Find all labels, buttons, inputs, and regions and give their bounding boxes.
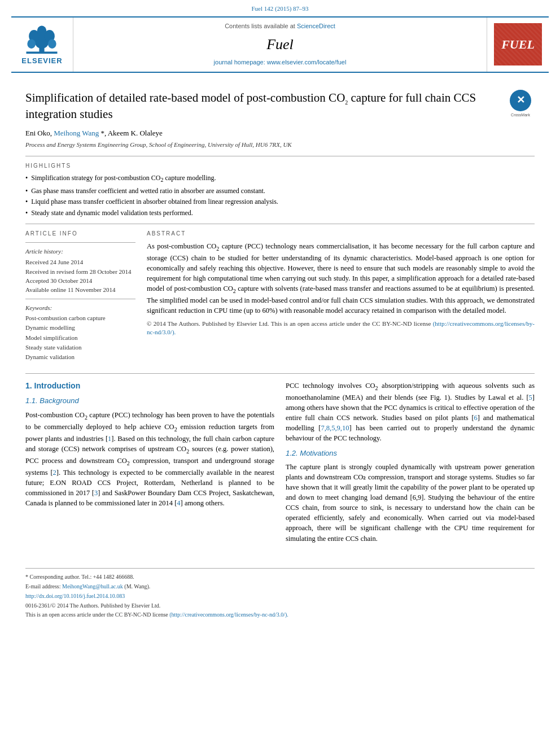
email-link[interactable]: MeihongWang@hull.ac.uk xyxy=(62,583,123,589)
email-line: E-mail address: MeihongWang@hull.ac.uk (… xyxy=(25,583,535,591)
divider-1 xyxy=(25,156,535,156)
issn-text: 0016-2361/© 2014 The Authors. Published … xyxy=(25,602,160,609)
svg-point-6 xyxy=(48,39,56,49)
intro-right-col: PCC technology involves CO2 absorption/s… xyxy=(286,381,535,548)
available-date: Available online 11 November 2014 xyxy=(25,286,135,294)
cc-license-line: This is an open access article under the… xyxy=(25,611,535,619)
open-access-note: © 2014 The Authors. Published by Elsevie… xyxy=(147,320,535,337)
ref-6[interactable]: 6 xyxy=(474,414,478,422)
keyword-4: Steady state validation xyxy=(25,343,135,352)
abstract-heading: ABSTRACT xyxy=(147,230,535,238)
subsection-2-title: 1.2. Motivations xyxy=(286,448,535,458)
abstract-col: ABSTRACT As post-combustion CO2 capture … xyxy=(147,230,535,363)
affiliation: Process and Energy Systems Engineering G… xyxy=(25,141,535,149)
highlight-4: • Steady state and dynamic model validat… xyxy=(25,208,535,218)
article-info-heading: ARTICLE INFO xyxy=(25,230,135,238)
subsection-1-label: Background xyxy=(40,396,78,405)
fuel-logo-text: FUEL xyxy=(501,36,535,54)
journal-header: ELSEVIER Contents lists available at Sci… xyxy=(11,16,549,72)
sciencedirect-link[interactable]: ScienceDirect xyxy=(297,23,335,29)
subsection-2-number: 1.2. xyxy=(286,449,298,457)
abstract-text: As post-combustion CO2 capture (PCC) tec… xyxy=(147,241,535,337)
keywords-label: Keywords: xyxy=(25,304,135,312)
section-1-title: 1. Introduction xyxy=(25,381,274,392)
contents-available-text: Contents lists available at xyxy=(225,23,295,29)
article-title-area: Simplification of detailed rate-based mo… xyxy=(25,90,535,123)
journal-ref-text: Fuel 142 (2015) 87–93 xyxy=(251,5,308,12)
crossmark-label: CrossMark xyxy=(511,112,530,118)
doi-line: http://dx.doi.org/10.1016/j.fuel.2014.10… xyxy=(25,592,535,600)
ref-5[interactable]: 5 xyxy=(529,394,532,401)
highlight-3-text: Liquid phase mass transfer coefficient i… xyxy=(31,197,278,207)
ref-7-10[interactable]: 7,8,5,9,10 xyxy=(321,424,349,432)
journal-header-center: Contents lists available at ScienceDirec… xyxy=(73,18,487,71)
fuel-logo-area: FUEL xyxy=(487,18,549,71)
article-info-col: ARTICLE INFO Article history: Received 2… xyxy=(25,230,135,363)
section-1-label: Introduction xyxy=(34,381,81,390)
bullet-2: • xyxy=(25,186,28,196)
subsection-1-title: 1.1. Background xyxy=(25,396,274,406)
bullet-3: • xyxy=(25,197,28,207)
bullet-4: • xyxy=(25,208,28,218)
highlight-2-text: Gas phase mass transfer coefficient and … xyxy=(31,186,265,196)
divider-5 xyxy=(25,373,535,374)
email-label: E-mail address: xyxy=(25,583,60,589)
fuel-journal-logo: FUEL xyxy=(494,23,542,65)
ref-4[interactable]: 4 xyxy=(177,499,180,507)
keyword-5: Dynamic validation xyxy=(25,353,135,361)
accepted-date: Accepted 30 October 2014 xyxy=(25,277,135,285)
received-date: Received 24 June 2014 xyxy=(25,258,135,266)
revised-date: Received in revised form 28 October 2014 xyxy=(25,268,135,276)
footer-area: * Corresponding author. Tel.: +44 1482 4… xyxy=(25,568,535,619)
highlight-2: • Gas phase mass transfer coefficient an… xyxy=(25,186,535,196)
keyword-2: Dynamic modelling xyxy=(25,324,135,332)
elsevier-tree-icon xyxy=(22,23,62,54)
highlight-3: • Liquid phase mass transfer coefficient… xyxy=(25,197,535,207)
introduction-body: 1. Introduction 1.1. Background Post-com… xyxy=(25,381,535,548)
svg-point-5 xyxy=(28,39,36,49)
authors-line: Eni Oko, Meihong Wang *, Akeem K. Olaley… xyxy=(25,128,535,138)
crossmark-icon[interactable]: ✕ xyxy=(510,90,531,111)
cc-license-link[interactable]: (http://creativecommons.org/licenses/by-… xyxy=(169,611,288,618)
history-label: Article history: xyxy=(25,247,135,256)
introduction-section: 1. Introduction 1.1. Background Post-com… xyxy=(25,373,535,548)
subsection-2-label: Motivations xyxy=(300,449,337,457)
bullet-1: • xyxy=(25,173,28,183)
article-info-abstract: ARTICLE INFO Article history: Received 2… xyxy=(25,230,535,363)
main-content: Simplification of detailed rate-based mo… xyxy=(0,73,560,560)
email-name: (M. Wang). xyxy=(124,583,150,589)
keyword-1: Post-combustion carbon capture xyxy=(25,314,135,322)
ref-1[interactable]: 1 xyxy=(108,435,111,443)
journal-title: Fuel xyxy=(266,34,294,55)
author-wang[interactable]: Meihong Wang xyxy=(54,129,99,137)
highlight-1-text: Simplification strategy for post-combust… xyxy=(31,173,216,184)
elsevier-logo: ELSEVIER xyxy=(21,23,62,66)
page: Fuel 142 (2015) 87–93 ELSEVIER xyxy=(0,0,560,747)
highlight-4-text: Steady state and dynamic model validatio… xyxy=(31,208,193,218)
intro-right-para-1: PCC technology involves CO2 absorption/s… xyxy=(286,381,535,444)
intro-right-para-2: The capture plant is strongly coupled dy… xyxy=(286,462,535,544)
divider-2 xyxy=(25,224,535,224)
highlights-section: HIGHLIGHTS • Simplification strategy for… xyxy=(25,162,535,218)
ref-2[interactable]: 2 xyxy=(53,469,56,477)
corresponding-author-text: * Corresponding author. Tel.: +44 1482 4… xyxy=(25,574,134,580)
svg-point-4 xyxy=(37,25,47,36)
open-access-prefix: © 2014 The Authors. Published by Elsevie… xyxy=(147,320,431,327)
copyright-line: 0016-2361/© 2014 The Authors. Published … xyxy=(25,602,535,610)
author-olaleye: Akeem K. Olaleye xyxy=(108,129,163,137)
doi-link[interactable]: http://dx.doi.org/10.1016/j.fuel.2014.10… xyxy=(25,593,125,599)
subsection-1-number: 1.1. xyxy=(25,396,38,405)
article-title: Simplification of detailed rate-based mo… xyxy=(25,90,498,123)
ref-3[interactable]: 3 xyxy=(94,489,98,497)
highlight-1: • Simplification strategy for post-combu… xyxy=(25,173,535,184)
crossmark-area: ✕ CrossMark xyxy=(506,90,535,118)
divider-4 xyxy=(25,299,135,299)
elsevier-wordmark: ELSEVIER xyxy=(21,56,62,66)
divider-3 xyxy=(25,242,135,243)
journal-homepage-link[interactable]: journal homepage: www.elsevier.com/locat… xyxy=(214,59,347,65)
abstract-paragraph: As post-combustion CO2 capture (PCC) tec… xyxy=(147,241,535,316)
svg-rect-7 xyxy=(27,51,58,54)
open-access-footer-text: This is an open access article under the… xyxy=(25,611,168,618)
journal-reference: Fuel 142 (2015) 87–93 xyxy=(0,0,560,16)
journal-homepage: journal homepage: www.elsevier.com/locat… xyxy=(214,58,347,67)
